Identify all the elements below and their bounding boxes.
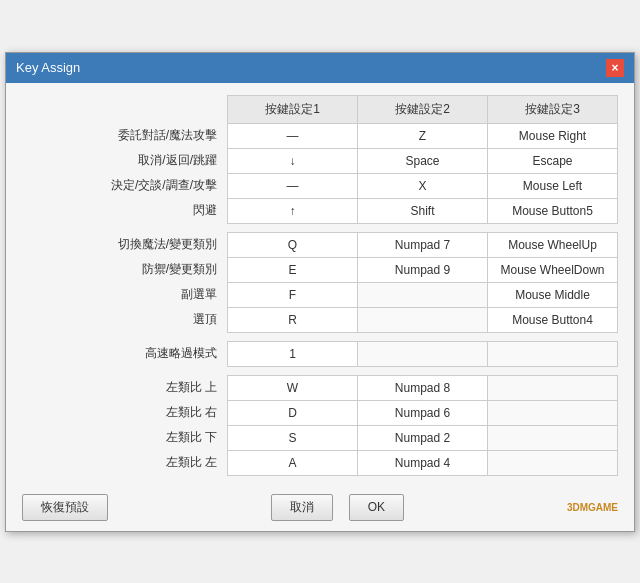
key-assign-table: 按鍵設定1 按鍵設定2 按鍵設定3 委託對話/魔法攻擊—ZMouse Right…: [22, 95, 618, 476]
key-cell-3[interactable]: [488, 450, 618, 475]
key-cell-1[interactable]: D: [228, 400, 358, 425]
table-row: 左類比 上WNumpad 8: [22, 375, 618, 400]
key-cell-3[interactable]: Escape: [488, 148, 618, 173]
key-cell-1[interactable]: S: [228, 425, 358, 450]
key-cell-2[interactable]: Numpad 4: [358, 450, 488, 475]
key-cell-1[interactable]: A: [228, 450, 358, 475]
table-row: 閃避↑ShiftMouse Button5: [22, 198, 618, 223]
key-cell-1[interactable]: W: [228, 375, 358, 400]
key-cell-2[interactable]: [358, 341, 488, 366]
key-cell-3[interactable]: [488, 400, 618, 425]
key-cell-2[interactable]: Numpad 6: [358, 400, 488, 425]
table-row: 副選單FMouse Middle: [22, 282, 618, 307]
table-row: 高速略過模式1: [22, 341, 618, 366]
key-cell-1[interactable]: —: [228, 123, 358, 148]
key-cell-1[interactable]: E: [228, 257, 358, 282]
col-header-3: 按鍵設定3: [488, 95, 618, 123]
key-cell-2[interactable]: Numpad 2: [358, 425, 488, 450]
row-label: 高速略過模式: [22, 341, 228, 366]
key-cell-2[interactable]: Shift: [358, 198, 488, 223]
key-cell-1[interactable]: ↑: [228, 198, 358, 223]
table-row: 左類比 下SNumpad 2: [22, 425, 618, 450]
key-cell-3[interactable]: Mouse Right: [488, 123, 618, 148]
row-label: 左類比 下: [22, 425, 228, 450]
key-cell-1[interactable]: 1: [228, 341, 358, 366]
table-row: 委託對話/魔法攻擊—ZMouse Right: [22, 123, 618, 148]
key-cell-3[interactable]: [488, 425, 618, 450]
key-cell-1[interactable]: F: [228, 282, 358, 307]
table-row: 防禦/變更類別ENumpad 9Mouse WheelDown: [22, 257, 618, 282]
table-row: 切換魔法/變更類別QNumpad 7Mouse WheelUp: [22, 232, 618, 257]
row-label: 決定/交談/調查/攻擊: [22, 173, 228, 198]
key-cell-2[interactable]: Numpad 7: [358, 232, 488, 257]
title-bar: Key Assign ×: [6, 53, 634, 83]
key-cell-2[interactable]: Z: [358, 123, 488, 148]
row-spacer: [22, 332, 618, 341]
table-row: 左類比 左ANumpad 4: [22, 450, 618, 475]
key-cell-3[interactable]: Mouse WheelUp: [488, 232, 618, 257]
row-label: 副選單: [22, 282, 228, 307]
key-cell-1[interactable]: Q: [228, 232, 358, 257]
row-label: 切換魔法/變更類別: [22, 232, 228, 257]
col-header-1: 按鍵設定1: [228, 95, 358, 123]
key-cell-3[interactable]: Mouse Left: [488, 173, 618, 198]
close-button[interactable]: ×: [606, 59, 624, 77]
key-cell-2[interactable]: X: [358, 173, 488, 198]
main-content: 按鍵設定1 按鍵設定2 按鍵設定3 委託對話/魔法攻擊—ZMouse Right…: [6, 83, 634, 486]
key-cell-2[interactable]: [358, 282, 488, 307]
key-cell-3[interactable]: Mouse Middle: [488, 282, 618, 307]
row-label: 左類比 左: [22, 450, 228, 475]
row-label: 左類比 上: [22, 375, 228, 400]
watermark: 3DMGAME: [567, 502, 618, 513]
table-row: 左類比 右DNumpad 6: [22, 400, 618, 425]
table-row: 決定/交談/調查/攻擊—XMouse Left: [22, 173, 618, 198]
key-cell-3[interactable]: Mouse WheelDown: [488, 257, 618, 282]
key-cell-2[interactable]: Space: [358, 148, 488, 173]
ok-button[interactable]: OK: [349, 494, 404, 521]
row-label: 閃避: [22, 198, 228, 223]
key-cell-3[interactable]: [488, 375, 618, 400]
footer: 恢復預設 取消 OK 3DMGAME: [6, 486, 634, 531]
col-header-2: 按鍵設定2: [358, 95, 488, 123]
key-cell-2[interactable]: Numpad 9: [358, 257, 488, 282]
row-label: 左類比 右: [22, 400, 228, 425]
row-label: 委託對話/魔法攻擊: [22, 123, 228, 148]
key-cell-2[interactable]: Numpad 8: [358, 375, 488, 400]
row-spacer: [22, 366, 618, 375]
row-label: 選頂: [22, 307, 228, 332]
table-row: 取消/返回/跳躍↓SpaceEscape: [22, 148, 618, 173]
key-cell-1[interactable]: ↓: [228, 148, 358, 173]
key-cell-3[interactable]: [488, 341, 618, 366]
key-cell-3[interactable]: Mouse Button4: [488, 307, 618, 332]
window-title: Key Assign: [16, 60, 80, 75]
key-cell-3[interactable]: Mouse Button5: [488, 198, 618, 223]
row-label: 取消/返回/跳躍: [22, 148, 228, 173]
row-label: 防禦/變更類別: [22, 257, 228, 282]
key-cell-1[interactable]: —: [228, 173, 358, 198]
table-row: 選頂RMouse Button4: [22, 307, 618, 332]
row-spacer: [22, 223, 618, 232]
reset-button[interactable]: 恢復預設: [22, 494, 108, 521]
key-cell-1[interactable]: R: [228, 307, 358, 332]
key-assign-window: Key Assign × 按鍵設定1 按鍵設定2 按鍵設定3 委託對話/魔法攻擊…: [5, 52, 635, 532]
key-cell-2[interactable]: [358, 307, 488, 332]
cancel-button[interactable]: 取消: [271, 494, 333, 521]
